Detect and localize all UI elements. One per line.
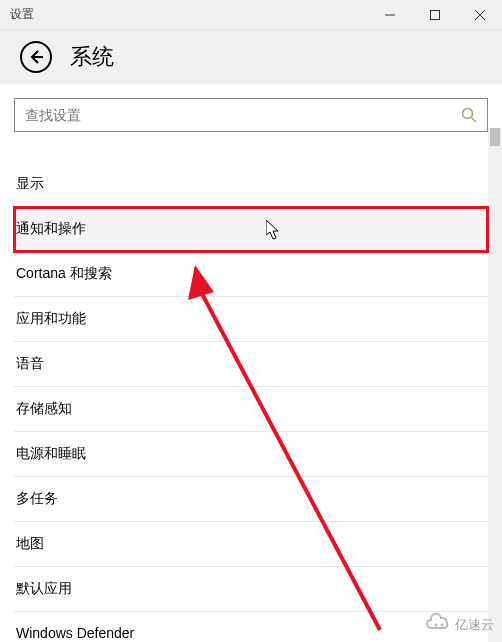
close-button[interactable] [457, 0, 502, 30]
item-label: 默认应用 [16, 580, 72, 596]
item-label: 应用和功能 [16, 310, 86, 326]
scrollbar[interactable] [488, 128, 502, 642]
list-item[interactable]: 多任务 [14, 477, 488, 522]
svg-marker-9 [266, 220, 278, 239]
item-label: 存储感知 [16, 400, 72, 416]
svg-point-10 [435, 624, 438, 627]
item-label: 电源和睡眠 [16, 445, 86, 461]
minimize-button[interactable] [367, 0, 412, 30]
list-item[interactable]: 默认应用 [14, 567, 488, 612]
item-label: 显示 [16, 175, 44, 191]
item-label: 通知和操作 [16, 220, 86, 236]
titlebar: 设置 [0, 0, 502, 30]
list-item[interactable]: 通知和操作 [14, 207, 488, 252]
svg-rect-1 [430, 10, 439, 19]
scroll-thumb[interactable] [490, 128, 500, 146]
page-title: 系统 [70, 42, 114, 72]
search-box[interactable] [14, 98, 488, 132]
cloud-icon [423, 613, 453, 636]
list-item[interactable]: 电源和睡眠 [14, 432, 488, 477]
search-input[interactable] [25, 107, 461, 123]
item-label: Cortana 和搜索 [16, 265, 112, 281]
item-label: 语音 [16, 355, 44, 371]
back-button[interactable] [20, 41, 52, 73]
svg-point-5 [463, 109, 473, 119]
item-label: 地图 [16, 535, 44, 551]
watermark-text: 亿速云 [455, 616, 494, 634]
search-icon [461, 107, 477, 123]
page-header: 系统 [0, 30, 502, 84]
list-item[interactable]: 语音 [14, 342, 488, 387]
item-label: 多任务 [16, 490, 58, 506]
window-title: 设置 [10, 6, 367, 23]
content-area: 显示 通知和操作 Cortana 和搜索 应用和功能 语音 存储感知 电源和睡眠… [0, 84, 502, 642]
list-item[interactable]: 地图 [14, 522, 488, 567]
maximize-button[interactable] [412, 0, 457, 30]
list-item[interactable]: 显示 [14, 162, 488, 207]
list-item[interactable]: Windows Defender [14, 612, 488, 642]
item-label: Windows Defender [16, 625, 134, 641]
svg-line-6 [472, 118, 477, 123]
list-item[interactable]: 存储感知 [14, 387, 488, 432]
settings-list: 显示 通知和操作 Cortana 和搜索 应用和功能 语音 存储感知 电源和睡眠… [14, 162, 488, 642]
cursor-icon [266, 220, 280, 244]
list-item[interactable]: 应用和功能 [14, 297, 488, 342]
watermark: 亿速云 [423, 613, 494, 636]
svg-point-11 [441, 624, 444, 627]
list-item[interactable]: Cortana 和搜索 [14, 252, 488, 297]
